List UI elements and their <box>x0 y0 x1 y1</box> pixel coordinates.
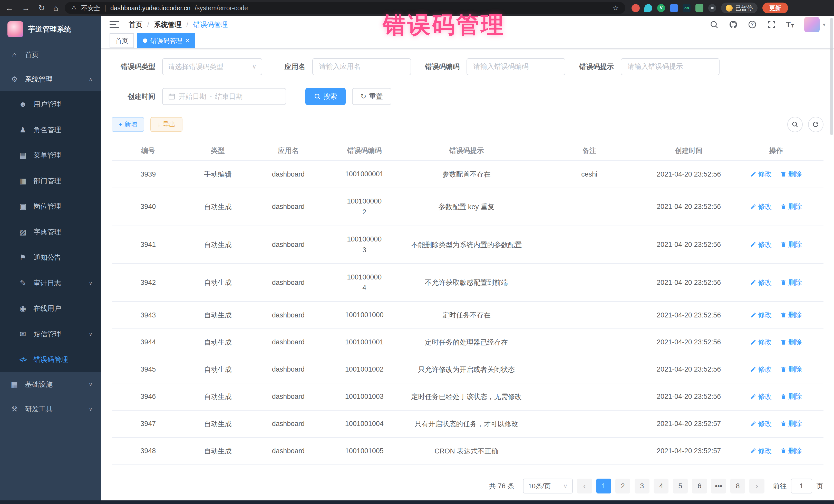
breadcrumb-home[interactable]: 首页 <box>129 20 143 29</box>
sidebar-item-post-mgmt[interactable]: ▣ 岗位管理 <box>0 194 101 219</box>
edit-link[interactable]: 修改 <box>750 446 772 456</box>
forward-icon[interactable]: → <box>22 4 30 12</box>
filter-row-2: 创建时间 开始日期 - 结束日期 搜索 <box>112 88 823 105</box>
plus-icon: + <box>118 120 123 128</box>
scrollbar[interactable] <box>830 18 833 504</box>
sidebar-item-system-mgmt[interactable]: ⚙ 系统管理 ∧ <box>0 67 101 91</box>
page-button[interactable]: 6 <box>692 479 707 494</box>
edit-link[interactable]: 修改 <box>750 278 772 287</box>
edit-link[interactable]: 修改 <box>750 337 772 347</box>
update-button[interactable]: 更新 <box>762 3 788 13</box>
sidebar-item-role-mgmt[interactable]: ♟ 角色管理 <box>0 117 101 143</box>
fullscreen-icon[interactable] <box>767 20 776 29</box>
back-icon[interactable]: ← <box>5 4 13 12</box>
delete-icon <box>780 339 787 345</box>
sidebar-item-dept-mgmt[interactable]: ▥ 部门管理 <box>0 168 101 194</box>
toggle-search-button[interactable] <box>787 117 803 132</box>
add-button[interactable]: + 新增 <box>112 117 144 132</box>
bookmark-star-icon[interactable]: ☆ <box>613 4 619 12</box>
sidebar-item-dict-mgmt[interactable]: ▨ 字典管理 <box>0 219 101 245</box>
app-name-input[interactable] <box>318 62 405 71</box>
delete-link[interactable]: 删除 <box>780 202 802 211</box>
prev-page-button[interactable]: ‹ <box>577 479 592 494</box>
edit-link[interactable]: 修改 <box>750 202 772 211</box>
filter-label: 错误码编码 <box>425 62 460 71</box>
cell-actions: 修改 删除 <box>729 438 824 465</box>
delete-link[interactable]: 删除 <box>780 446 802 456</box>
tag-error-code[interactable]: 错误码管理 × <box>137 34 195 48</box>
reset-button[interactable]: ↻ 重置 <box>352 88 391 105</box>
search-icon[interactable] <box>709 20 719 29</box>
paused-badge[interactable]: 已暂停 <box>721 3 758 13</box>
logo-row[interactable]: 芋道管理系统 <box>0 16 101 43</box>
page-button[interactable]: 5 <box>673 479 688 494</box>
sidebar-item-label: 用户管理 <box>34 100 61 109</box>
delete-link[interactable]: 删除 <box>780 337 802 347</box>
edit-link[interactable]: 修改 <box>750 310 772 320</box>
delete-link[interactable]: 删除 <box>780 169 802 179</box>
goto-page-input[interactable] <box>791 479 812 494</box>
edit-link[interactable]: 修改 <box>750 392 772 401</box>
edit-link[interactable]: 修改 <box>750 169 772 179</box>
reset-icon: ↻ <box>360 92 367 101</box>
sidebar-item-infrastructure[interactable]: ▦ 基础设施 ∨ <box>0 372 101 397</box>
error-code-input[interactable] <box>472 62 559 71</box>
annotation-overlay-title: 错误码管理 <box>383 9 505 40</box>
delete-link[interactable]: 删除 <box>780 240 802 249</box>
sidebar-item-sms-mgmt[interactable]: ✉ 短信管理 ∨ <box>0 321 101 347</box>
error-type-select[interactable]: 请选择错误码类型 ∨ <box>162 58 262 75</box>
pin-icon[interactable] <box>708 4 716 12</box>
paused-label: 已暂停 <box>735 4 753 12</box>
delete-link[interactable]: 删除 <box>780 419 802 428</box>
close-icon[interactable]: × <box>185 38 190 44</box>
sidebar-item-online-users[interactable]: ◉ 在线用户 <box>0 295 101 321</box>
delete-link[interactable]: 删除 <box>780 392 802 401</box>
page-button[interactable]: ••• <box>711 479 726 494</box>
extension-icon[interactable] <box>632 4 639 12</box>
extension-icon[interactable]: V <box>657 4 665 12</box>
export-button[interactable]: ↓ 导出 <box>150 117 182 132</box>
edit-link[interactable]: 修改 <box>750 419 772 428</box>
address-bar[interactable]: ⚠ 不安全 | dashboard.yudao.iocoder.cn /syst… <box>65 2 626 14</box>
page-size-select[interactable]: 10条/页 ∨ <box>523 479 573 494</box>
tag-home[interactable]: 首页 <box>110 34 134 48</box>
breadcrumb-system[interactable]: 系统管理 <box>154 20 182 29</box>
sidebar-item-error-code-mgmt[interactable]: </> 错误码管理 <box>0 347 101 372</box>
user-menu[interactable]: ▾ <box>804 17 826 32</box>
sidebar-item-dev-tools[interactable]: ⚒ 研发工具 ∨ <box>0 397 101 421</box>
edit-link[interactable]: 修改 <box>750 240 772 249</box>
extension-icon[interactable]: on <box>683 4 690 12</box>
page-button[interactable]: 8 <box>730 479 745 494</box>
page-button[interactable]: 4 <box>654 479 668 494</box>
home-icon[interactable]: ⌂ <box>53 4 58 12</box>
sidebar-item-menu-mgmt[interactable]: ▤ 菜单管理 <box>0 143 101 168</box>
search-button[interactable]: 搜索 <box>305 88 346 105</box>
refresh-button[interactable] <box>808 117 824 132</box>
sidebar-item-audit-log[interactable]: ✎ 审计日志 ∨ <box>0 270 101 295</box>
error-hint-input[interactable] <box>627 62 714 71</box>
date-range-picker[interactable]: 开始日期 - 结束日期 <box>162 88 286 105</box>
github-icon[interactable] <box>729 20 738 29</box>
cell-actions: 修改 删除 <box>729 161 824 188</box>
hamburger-icon[interactable] <box>110 21 119 28</box>
sidebar-item-notice[interactable]: ⚑ 通知公告 <box>0 245 101 270</box>
page-button[interactable]: 2 <box>615 479 630 494</box>
delete-link[interactable]: 删除 <box>780 365 802 374</box>
reload-icon[interactable]: ↻ <box>38 4 45 12</box>
page-button[interactable]: 1 <box>596 479 611 494</box>
extension-icon[interactable] <box>670 4 678 12</box>
next-page-button[interactable]: › <box>749 479 764 494</box>
extension-icon[interactable] <box>696 4 703 12</box>
delete-link[interactable]: 删除 <box>780 278 802 287</box>
sidebar-item-user-mgmt[interactable]: ☻ 用户管理 <box>0 91 101 117</box>
edit-link[interactable]: 修改 <box>750 365 772 374</box>
delete-link[interactable]: 删除 <box>780 310 802 320</box>
page-button[interactable]: 3 <box>635 479 650 494</box>
table-toolbar: + 新增 ↓ 导出 <box>112 117 823 132</box>
filter-label: 错误码提示 <box>579 62 614 71</box>
font-size-icon[interactable]: TT <box>786 20 794 29</box>
sidebar-item-home[interactable]: ⌂ 首页 <box>0 43 101 67</box>
extension-icon[interactable] <box>644 4 652 12</box>
download-icon: ↓ <box>157 120 160 128</box>
help-icon[interactable]: ? <box>748 20 757 29</box>
